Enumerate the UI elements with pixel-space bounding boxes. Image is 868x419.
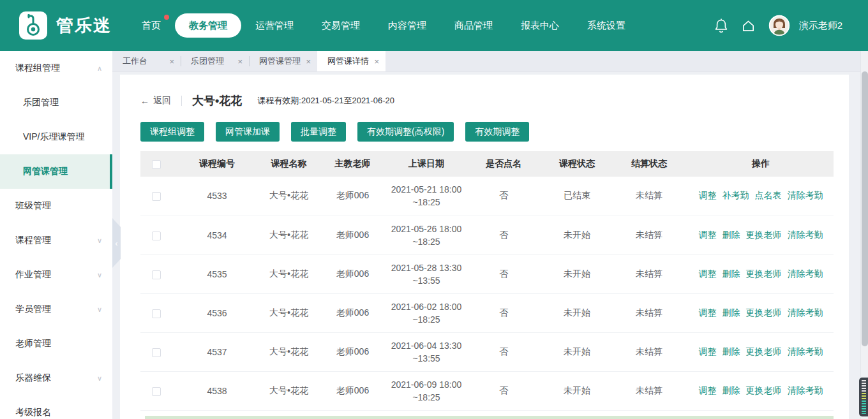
cell-course-id: 4535 <box>172 254 262 293</box>
change-teacher-link[interactable]: 更换老师 <box>746 230 782 241</box>
sidebar-item-grade-exam[interactable]: 考级报名 <box>0 395 112 419</box>
nav-item-content[interactable]: 内容管理 <box>374 13 440 38</box>
add-online-course-button[interactable]: 网管课加课 <box>216 122 280 142</box>
nav-item-label: 报表中心 <box>521 20 559 32</box>
sidebar-item-instrument-maintenance[interactable]: 乐器维保 ∨ <box>0 361 112 395</box>
sidebar-item-courses[interactable]: 课程管理 ∨ <box>0 223 112 258</box>
delete-link[interactable]: 删除 <box>722 346 740 358</box>
sidebar-item-homework[interactable]: 作业管理 ∨ <box>0 258 112 292</box>
adjust-link[interactable]: 调整 <box>699 190 717 202</box>
sidebar-item-course-groups[interactable]: 课程组管理 ∧ <box>0 51 112 85</box>
avatar[interactable] <box>768 15 790 36</box>
cell-settlement: 未结算 <box>610 293 688 332</box>
nav-item-label: 首页 <box>142 20 161 32</box>
nav-item-label: 系统设置 <box>587 20 625 32</box>
row-checkbox[interactable] <box>152 387 161 396</box>
change-teacher-link[interactable]: 更换老师 <box>746 307 782 319</box>
adjust-link[interactable]: 调整 <box>699 307 717 319</box>
makeup-attendance-link[interactable]: 补考勤 <box>722 190 749 202</box>
clear-attendance-link[interactable]: 清除考勤 <box>788 307 823 319</box>
nav-item-products[interactable]: 商品管理 <box>440 13 507 38</box>
sidebar-item-orchestra[interactable]: 乐团管理 <box>0 85 112 120</box>
row-checkbox[interactable] <box>152 309 161 318</box>
validity-adjust-button[interactable]: 有效期调整 <box>465 122 529 142</box>
select-all-checkbox[interactable] <box>152 160 161 169</box>
nav-item-home[interactable]: 首页 <box>128 13 175 38</box>
nav-item-label: 内容管理 <box>388 20 426 32</box>
change-teacher-link[interactable]: 更换老师 <box>746 268 782 280</box>
nav-item-transactions[interactable]: 交易管理 <box>308 13 374 38</box>
clear-attendance-link[interactable]: 清除考勤 <box>788 230 823 241</box>
page-title: 大号•花花 <box>192 93 242 108</box>
cell-teacher: 老师006 <box>316 177 389 216</box>
clear-attendance-link[interactable]: 清除考勤 <box>788 346 823 358</box>
nav-item-academic[interactable]: 教务管理 <box>175 13 241 38</box>
clear-attendance-link[interactable]: 清除考勤 <box>788 190 823 202</box>
cell-date: 2021-05-26 18:00~18:25 <box>390 223 463 248</box>
tab-online-course-mgmt[interactable]: 网管课管理 × <box>249 51 317 71</box>
adjust-link[interactable]: 调整 <box>699 268 717 280</box>
bell-icon[interactable] <box>714 18 728 34</box>
row-checkbox[interactable] <box>152 192 161 201</box>
cell-course-name: 大号•花花 <box>262 293 316 332</box>
clear-attendance-link[interactable]: 清除考勤 <box>788 385 823 397</box>
nav-item-settings[interactable]: 系统设置 <box>573 13 640 38</box>
row-checkbox[interactable] <box>152 270 161 279</box>
detail-header: ← 返回 大号•花花 课程有效期:2021-05-21至2021-06-20 <box>140 92 834 109</box>
sidebar-item-online-courses[interactable]: 网管课管理 <box>0 154 112 189</box>
tab-online-course-detail[interactable]: 网管课详情 × <box>317 51 385 71</box>
header-status: 课程状态 <box>544 151 610 177</box>
close-icon[interactable]: × <box>169 57 174 66</box>
adjust-link[interactable]: 调整 <box>699 346 717 358</box>
sidebar-item-label: 课程管理 <box>15 235 51 246</box>
cell-settlement: 未结算 <box>610 371 688 410</box>
current-user-name[interactable]: 演示老师2 <box>799 20 842 32</box>
tab-orchestra[interactable]: 乐团管理 × <box>181 51 249 71</box>
delete-link[interactable]: 删除 <box>722 307 740 319</box>
clear-attendance-link[interactable]: 清除考勤 <box>788 268 823 280</box>
delete-link[interactable]: 删除 <box>722 268 740 280</box>
change-teacher-link[interactable]: 更换老师 <box>746 385 782 397</box>
sidebar-item-vip-theory[interactable]: VIP/乐理课管理 <box>0 120 112 154</box>
main-area: 工作台 × 乐团管理 × 网管课管理 × 网管课详情 × ← 返回 大号•花花 … <box>112 51 860 419</box>
delete-link[interactable]: 删除 <box>722 230 740 241</box>
course-table: 课程编号 课程名称 主教老师 上课日期 是否点名 课程状态 结算状态 操作 45… <box>140 151 834 411</box>
rollcall-sheet-link[interactable]: 点名表 <box>755 190 782 202</box>
adjust-link[interactable]: 调整 <box>699 230 717 241</box>
row-checkbox[interactable] <box>152 232 161 240</box>
striped-overlay-widget[interactable] <box>859 378 868 416</box>
home-icon[interactable] <box>741 18 756 33</box>
cell-settlement: 未结算 <box>610 332 688 371</box>
change-teacher-link[interactable]: 更换老师 <box>746 346 782 358</box>
cell-rollcall: 否 <box>463 371 544 410</box>
back-button[interactable]: ← 返回 <box>140 95 171 107</box>
cell-course-id: 4533 <box>172 177 262 216</box>
row-checkbox[interactable] <box>152 348 161 357</box>
close-icon[interactable]: × <box>374 57 379 66</box>
adjust-link[interactable]: 调整 <box>699 385 717 397</box>
cell-settlement: 未结算 <box>610 254 688 293</box>
close-icon[interactable]: × <box>237 57 243 66</box>
sidebar-item-students[interactable]: 学员管理 ∨ <box>0 292 112 327</box>
nav-item-label: 运营管理 <box>255 20 294 32</box>
cell-date: 2021-05-28 13:30~13:55 <box>390 261 463 287</box>
validity-adjust-privileged-button[interactable]: 有效期调整(高权限) <box>357 122 454 142</box>
nav-item-reports[interactable]: 报表中心 <box>507 13 573 38</box>
close-icon[interactable]: × <box>306 57 311 66</box>
tab-workbench[interactable]: 工作台 × <box>112 51 181 71</box>
scrollbar-thumb[interactable] <box>862 71 868 346</box>
vertical-scrollbar[interactable] <box>860 51 868 419</box>
cell-date: 2021-06-09 18:00~18:25 <box>390 378 463 404</box>
sidebar-item-classes[interactable]: 班级管理 <box>0 189 112 223</box>
course-group-adjust-button[interactable]: 课程组调整 <box>140 122 204 142</box>
cell-teacher: 老师006 <box>316 371 389 410</box>
tab-label: 网管课管理 <box>259 55 301 67</box>
cell-rollcall: 否 <box>463 216 544 254</box>
nav-item-operations[interactable]: 运营管理 <box>241 13 308 38</box>
batch-adjust-button[interactable]: 批量调整 <box>291 122 346 142</box>
header-course-name: 课程名称 <box>262 151 316 177</box>
sidebar-item-teachers[interactable]: 老师管理 <box>0 327 112 361</box>
cell-status: 未开始 <box>544 216 610 254</box>
brand: 管乐迷 <box>19 11 112 40</box>
delete-link[interactable]: 删除 <box>722 385 740 397</box>
